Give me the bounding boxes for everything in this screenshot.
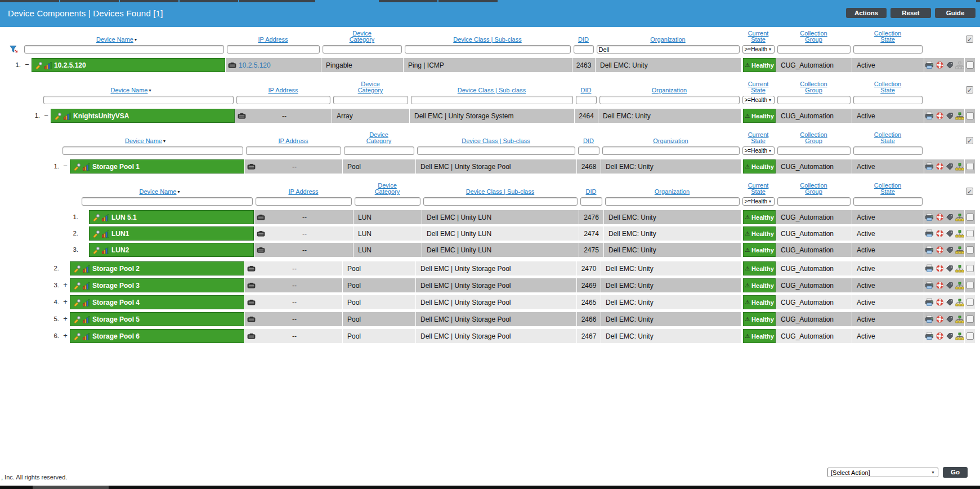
column-header-ip_address[interactable]: IP Address <box>225 37 321 44</box>
tools-icon[interactable] <box>92 214 100 221</box>
expander-toggle[interactable]: + <box>61 329 70 343</box>
filter-input-did[interactable] <box>580 197 602 206</box>
column-header-link[interactable]: IP Address <box>258 37 288 43</box>
tag-icon[interactable] <box>946 112 954 120</box>
column-header-link[interactable]: Device Class | Sub-class <box>458 87 526 94</box>
topology-icon[interactable] <box>955 282 964 290</box>
column-header-did[interactable]: DID <box>576 138 601 145</box>
topology-icon[interactable] <box>955 332 964 340</box>
column-header-did[interactable]: DID <box>574 87 598 95</box>
tag-icon[interactable] <box>946 246 954 254</box>
column-header-collection_group[interactable]: Collection Group <box>776 132 852 145</box>
interface-icon[interactable] <box>247 163 256 170</box>
current-state-filter-select[interactable]: >=Health▼ <box>742 45 775 54</box>
filter-input-device_class[interactable] <box>417 146 575 155</box>
row-checkbox[interactable] <box>966 332 974 340</box>
filter-input-device_category[interactable] <box>355 197 420 206</box>
column-header-link[interactable]: IP Address <box>279 138 308 144</box>
column-header-link[interactable]: DID <box>583 138 594 144</box>
column-header-device_name[interactable]: Device Name▾ <box>46 138 244 145</box>
state-badge[interactable]: ⚠Healthy <box>743 109 776 123</box>
interface-icon[interactable] <box>247 333 256 340</box>
topology-icon[interactable] <box>955 214 964 221</box>
column-header-link[interactable]: Collection Group <box>795 132 833 144</box>
interface-icon[interactable] <box>257 230 265 237</box>
row-checkbox[interactable] <box>966 282 974 289</box>
expander-toggle[interactable]: + <box>61 312 70 326</box>
column-header-link[interactable]: Device Name <box>139 189 176 195</box>
graph-icon[interactable] <box>83 282 91 290</box>
device-name-cell[interactable]: Storage Pool 1 <box>70 159 244 174</box>
lifering-icon[interactable] <box>936 264 944 273</box>
graph-icon[interactable] <box>102 214 110 221</box>
filter-input-device_category[interactable] <box>323 45 402 54</box>
graph-icon[interactable] <box>83 315 91 323</box>
column-header-did[interactable]: DID <box>579 189 603 196</box>
filter-input-device_category[interactable] <box>333 96 408 104</box>
lifering-icon[interactable] <box>936 229 944 238</box>
row-checkbox[interactable] <box>966 61 974 69</box>
filter-input-did[interactable] <box>574 45 594 54</box>
row-checkbox[interactable] <box>966 163 974 170</box>
row-checkbox[interactable] <box>966 246 974 254</box>
printer-icon[interactable] <box>925 229 934 238</box>
column-header-current_state[interactable]: Current State <box>741 30 776 44</box>
tag-icon[interactable] <box>946 163 954 171</box>
filter-input-device_name[interactable] <box>62 146 243 155</box>
column-header-device_class[interactable]: Device Class | Sub-class <box>403 37 572 44</box>
tools-icon[interactable] <box>73 332 81 340</box>
tools-icon[interactable] <box>54 112 62 120</box>
actions-button[interactable]: Actions <box>846 8 887 18</box>
column-header-link[interactable]: Current State <box>741 132 776 144</box>
device-name-cell[interactable]: LUN2 <box>89 243 254 257</box>
column-header-organization[interactable]: Organization <box>603 189 741 196</box>
lifering-icon[interactable] <box>936 246 944 254</box>
column-header-current_state[interactable]: Current State <box>741 183 776 196</box>
filter-input-ip_address[interactable] <box>236 96 330 104</box>
state-badge[interactable]: ⚠Healthy <box>743 159 776 174</box>
printer-icon[interactable] <box>925 112 934 120</box>
filter-input-ip_address[interactable] <box>227 45 320 54</box>
topology-icon[interactable] <box>955 112 964 120</box>
column-header-link[interactable]: Collection State <box>869 183 906 195</box>
filter-input-organization[interactable] <box>599 96 740 104</box>
column-header-link[interactable]: IP Address <box>269 87 298 94</box>
tools-icon[interactable] <box>92 246 100 254</box>
column-header-device_class[interactable]: Device Class | Sub-class <box>415 138 576 145</box>
filter-input-device_name[interactable] <box>82 197 253 206</box>
printer-icon[interactable] <box>925 61 934 69</box>
column-header-link[interactable]: Collection Group <box>795 30 833 43</box>
select-all-checkbox[interactable]: ✓ <box>966 86 973 94</box>
filter-input-collection_group[interactable] <box>777 146 851 155</box>
filter-input-collection_group[interactable] <box>777 197 851 206</box>
printer-icon[interactable] <box>925 298 934 306</box>
column-header-current_state[interactable]: Current State <box>741 81 776 95</box>
select-all-checkbox[interactable]: ✓ <box>966 188 973 195</box>
topology-icon[interactable] <box>955 265 964 273</box>
column-header-collection_group[interactable]: Collection Group <box>776 183 852 196</box>
filter-input-device_class[interactable] <box>423 197 578 206</box>
column-header-collection_state[interactable]: Collection State <box>852 81 924 95</box>
column-header-ip_address[interactable]: IP Address <box>244 138 342 145</box>
state-badge[interactable]: ⚠Healthy <box>743 58 776 72</box>
lifering-icon[interactable] <box>936 298 944 306</box>
device-name-cell[interactable]: Storage Pool 4 <box>70 295 244 309</box>
tag-icon[interactable] <box>946 265 954 273</box>
guide-button[interactable]: Guide <box>935 8 975 18</box>
row-checkbox[interactable] <box>966 299 974 306</box>
device-name-cell[interactable]: Storage Pool 5 <box>70 312 244 326</box>
column-header-link[interactable]: Collection Group <box>795 81 833 94</box>
tag-icon[interactable] <box>946 299 954 306</box>
column-header-organization[interactable]: Organization <box>601 138 741 145</box>
column-header-link[interactable]: DID <box>578 37 589 43</box>
column-header-device_class[interactable]: Device Class | Sub-class <box>409 87 574 95</box>
graph-icon[interactable] <box>83 265 91 273</box>
lifering-icon[interactable] <box>936 281 944 290</box>
state-badge[interactable]: ⚠Healthy <box>743 226 776 241</box>
graph-icon[interactable] <box>64 112 71 120</box>
lifering-icon[interactable] <box>936 332 944 340</box>
column-header-link[interactable]: Organization <box>650 37 685 43</box>
column-header-link[interactable]: Device Class | Sub-class <box>462 138 530 144</box>
topology-icon[interactable] <box>955 230 964 238</box>
graph-icon[interactable] <box>102 246 110 254</box>
